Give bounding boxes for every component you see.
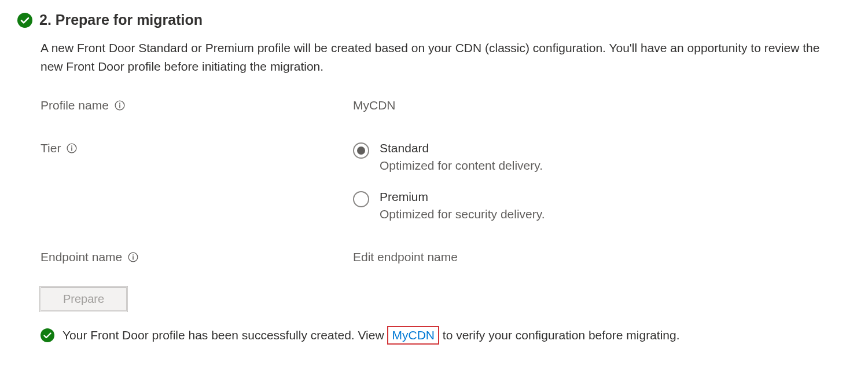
endpoint-name-value[interactable]: Edit endpoint name (353, 250, 458, 264)
svg-point-5 (71, 145, 72, 147)
endpoint-name-row: Endpoint name Edit endpoint name (41, 250, 851, 264)
status-suffix: to verify your configuration before migr… (439, 328, 680, 342)
radio-standard-label: Standard (380, 141, 543, 155)
svg-point-0 (17, 13, 32, 28)
svg-rect-3 (119, 104, 120, 108)
radio-texts: Premium Optimized for security delivery. (380, 190, 545, 221)
section-description: A new Front Door Standard or Premium pro… (41, 39, 833, 75)
profile-name-value: MyCDN (353, 98, 396, 112)
profile-name-row: Profile name MyCDN (41, 98, 851, 112)
endpoint-name-label-col: Endpoint name (41, 250, 353, 264)
profile-name-label: Profile name (41, 98, 109, 112)
form-area: Profile name MyCDN Tier Standard Optimiz… (41, 98, 851, 264)
svg-point-2 (119, 103, 120, 104)
tier-radio-group: Standard Optimized for content delivery.… (353, 141, 545, 221)
status-text: Your Front Door profile has been success… (62, 326, 680, 345)
info-icon[interactable] (128, 252, 138, 262)
tier-value-col: Standard Optimized for content delivery.… (353, 141, 545, 221)
radio-premium-label: Premium (380, 190, 545, 204)
svg-point-10 (41, 328, 54, 342)
status-line: Your Front Door profile has been success… (41, 326, 851, 345)
svg-rect-6 (72, 147, 73, 151)
tier-label-col: Tier (41, 141, 353, 155)
check-circle-icon (17, 13, 32, 28)
status-link[interactable]: MyCDN (392, 328, 435, 342)
radio-premium-sublabel: Optimized for security delivery. (380, 207, 545, 221)
radio-premium[interactable]: Premium Optimized for security delivery. (353, 190, 545, 221)
info-icon[interactable] (115, 100, 125, 111)
section-header: 2. Prepare for migration (17, 12, 851, 28)
status-prefix: Your Front Door profile has been success… (62, 328, 387, 342)
prepare-button[interactable]: Prepare (41, 287, 127, 311)
radio-circle-icon (353, 142, 369, 159)
svg-rect-9 (133, 256, 134, 259)
tier-row: Tier Standard Optimized for content deli… (41, 141, 851, 221)
endpoint-name-label: Endpoint name (41, 250, 122, 264)
radio-circle-icon (353, 191, 369, 207)
svg-point-8 (133, 254, 134, 255)
info-icon[interactable] (67, 143, 77, 153)
radio-standard-sublabel: Optimized for content delivery. (380, 159, 543, 173)
profile-name-label-col: Profile name (41, 98, 353, 112)
radio-texts: Standard Optimized for content delivery. (380, 141, 543, 173)
tier-label: Tier (41, 141, 61, 155)
check-circle-icon (41, 328, 54, 342)
highlight-box: MyCDN (387, 326, 439, 345)
section-title: 2. Prepare for migration (39, 12, 203, 28)
radio-standard[interactable]: Standard Optimized for content delivery. (353, 141, 545, 173)
